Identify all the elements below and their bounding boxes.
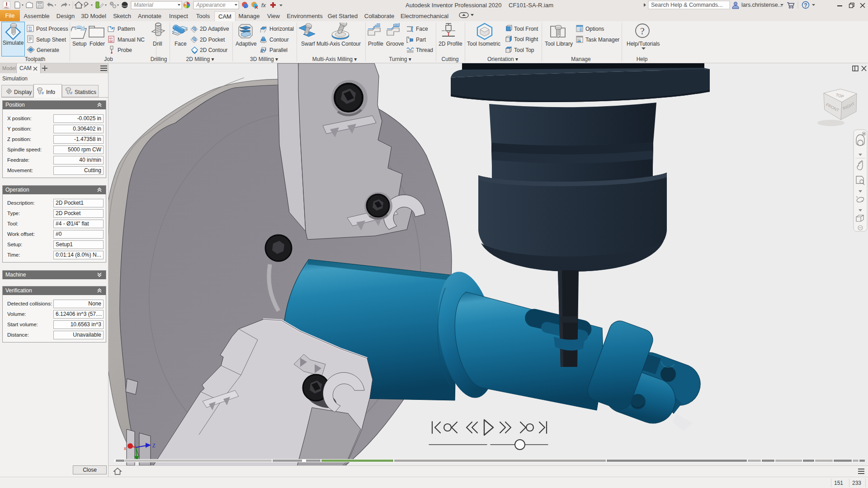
svg-text:#: # <box>70 91 72 95</box>
svg-text:I: I <box>6 1 7 7</box>
svg-text:?: ? <box>640 25 645 37</box>
svg-text:fx: fx <box>261 2 266 9</box>
svg-text:Autodesk Inventor Professional: Autodesk Inventor Professional 2020 <box>406 2 501 9</box>
svg-text:G2: G2 <box>28 29 32 32</box>
svg-text:Material: Material <box>134 2 153 8</box>
svg-text:lars.christense...: lars.christense... <box>741 2 783 8</box>
svg-text:Z: Z <box>152 443 156 448</box>
svg-text:#: # <box>42 91 44 95</box>
svg-text:CF101-SA-R.iam: CF101-SA-R.iam <box>509 2 553 9</box>
svg-text:PRO: PRO <box>5 7 9 9</box>
svg-text:Search Help & Commands...: Search Help & Commands... <box>651 2 722 8</box>
svg-text:Appearance: Appearance <box>196 2 226 8</box>
svg-text:G2: G2 <box>109 40 113 42</box>
svg-text:x: x <box>124 446 126 451</box>
svg-text:?: ? <box>804 2 807 9</box>
